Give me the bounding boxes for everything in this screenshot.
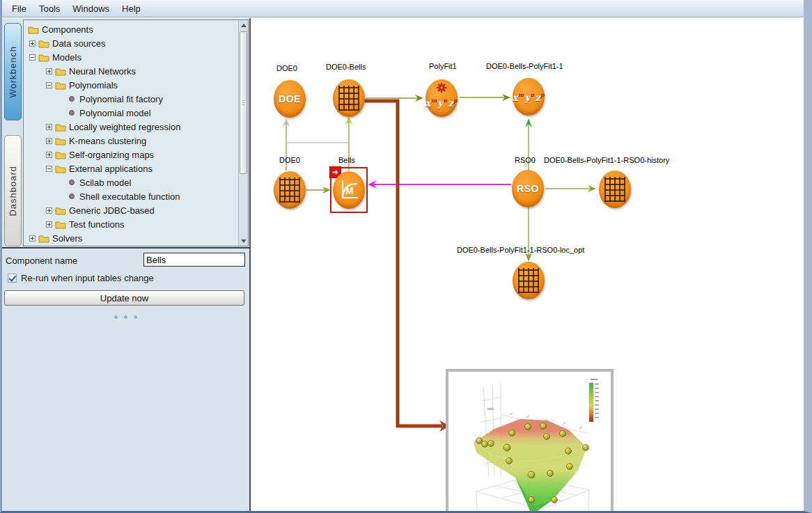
svg-text:M: M	[345, 185, 354, 196]
expand-icon[interactable]	[29, 40, 36, 47]
tree-item-models[interactable]: Models	[24, 50, 248, 64]
tree-item-solvers[interactable]: Solvers	[24, 231, 248, 245]
folder-icon	[55, 67, 66, 76]
expand-icon[interactable]	[46, 68, 52, 74]
folder-icon	[55, 206, 66, 215]
folder-icon	[55, 136, 66, 145]
component-tree: Components Data sources Models Neural Ne…	[23, 19, 249, 246]
tree-item-polynomial-fit-factory[interactable]: Polynomial fit factory	[24, 92, 248, 106]
node-loc-opt-table[interactable]	[513, 262, 545, 299]
node-polyfit1[interactable]: xmynzp	[425, 79, 458, 117]
splitter-grip[interactable]	[2, 315, 249, 319]
menu-help[interactable]: Help	[116, 1, 146, 16]
table-grid-icon	[604, 177, 625, 202]
node-label: Bells	[338, 156, 355, 164]
table-grid-icon	[279, 177, 300, 203]
surface-plot-image	[448, 372, 611, 511]
folder-icon	[38, 53, 49, 62]
workflow-canvas[interactable]: DOE0 DOE0-Bells PolyFit1 DOE0-Bells-Poly…	[251, 18, 804, 511]
node-label: DOE0	[276, 64, 297, 72]
scroll-up-button[interactable]	[239, 20, 248, 30]
component-bullet-icon	[69, 96, 75, 102]
menu-windows[interactable]: Windows	[67, 1, 115, 16]
tree-item-shell-executable-function[interactable]: Shell executable function	[24, 189, 248, 203]
tree-scrollbar[interactable]	[238, 20, 248, 246]
tree-item-components[interactable]: Components	[24, 22, 248, 36]
folder-icon	[38, 234, 49, 243]
collapse-icon[interactable]	[46, 166, 52, 172]
model-curve-icon: M	[338, 179, 359, 201]
menu-tools[interactable]: Tools	[33, 1, 65, 16]
expand-icon[interactable]	[29, 235, 36, 242]
node-label: PolyFit1	[429, 62, 457, 70]
expand-icon[interactable]	[46, 138, 52, 144]
menu-bar: File Tools Windows Help	[2, 0, 804, 17]
menu-file[interactable]: File	[6, 1, 32, 16]
tree-item-data-sources[interactable]: Data sources	[24, 36, 248, 50]
scroll-down-button[interactable]	[239, 236, 248, 246]
component-name-label: Component name	[6, 255, 77, 266]
node-label: DOE0	[279, 156, 300, 164]
node-doe0-bells-table[interactable]	[333, 79, 365, 117]
surface-plot-preview[interactable]	[446, 369, 614, 511]
expand-icon[interactable]	[46, 152, 52, 158]
tree-item-locally-weighted-regression[interactable]: Locally weighted regression	[24, 120, 248, 134]
rerun-checkbox-label: Re-run when input tables change	[21, 273, 154, 283]
node-doe0-factory[interactable]: DOE	[274, 80, 306, 118]
node-label: RSO0	[515, 156, 536, 164]
gear-icon	[436, 82, 447, 93]
folder-icon	[55, 220, 66, 229]
expand-icon[interactable]	[46, 207, 52, 214]
polynomial-formula-icon: xmynzp	[512, 92, 545, 102]
colorbar-legend	[589, 379, 599, 422]
collapse-icon[interactable]	[29, 54, 36, 61]
rerun-checkbox[interactable]	[8, 274, 17, 283]
folder-icon	[55, 81, 66, 90]
tree-item-neural-networks[interactable]: Neural Networks	[24, 64, 248, 78]
node-label: DOE0-Bells-PolyFit1-1-RSO0-loc_opt	[457, 246, 584, 254]
table-grid-icon	[518, 268, 539, 293]
expand-icon[interactable]	[46, 221, 52, 228]
node-history-table[interactable]	[599, 171, 631, 208]
properties-panel: Component name Re-run when input tables …	[2, 248, 249, 511]
node-doe0-table[interactable]	[274, 171, 306, 209]
update-now-button[interactable]: Update now	[4, 290, 244, 306]
component-bullet-icon	[69, 194, 75, 199]
tree-item-test-functions[interactable]: Test functions	[24, 217, 248, 231]
collapse-icon[interactable]	[46, 82, 52, 88]
tree-item-scilab-model[interactable]: Scilab model	[24, 175, 248, 189]
tab-workbench[interactable]: Workbench	[4, 23, 22, 120]
tree-item-external-applications[interactable]: External applications	[24, 161, 248, 175]
component-name-input[interactable]	[143, 253, 245, 267]
folder-icon	[38, 39, 49, 48]
tree-item-polynomials[interactable]: Polynomials	[24, 78, 248, 92]
expand-icon[interactable]	[46, 124, 52, 130]
node-rso0[interactable]: RSO	[512, 170, 544, 207]
tree-item-generic-jdbc-based[interactable]: Generic JDBC-based	[24, 203, 248, 217]
scrollbar-thumb[interactable]	[240, 31, 247, 174]
folder-icon	[55, 164, 66, 173]
folder-icon	[55, 123, 66, 132]
polynomial-formula-icon: xmynzp	[425, 97, 458, 108]
node-label: DOE0-Bells	[326, 63, 366, 71]
table-grid-icon	[338, 86, 359, 111]
node-doe0-bells-polyfit1-1[interactable]: xmynzp	[513, 78, 545, 116]
tab-dashboard[interactable]: Dashboard	[4, 135, 22, 246]
node-bells[interactable]: M	[333, 171, 365, 209]
tree-item-kmeans-clustering[interactable]: K-means clustering	[24, 134, 248, 148]
left-panel: Workbench Dashboard Components Data sour…	[2, 18, 249, 511]
folder-icon	[55, 150, 66, 159]
folder-icon	[28, 25, 39, 34]
tree-item-self-organizing-maps[interactable]: Self-organizing maps	[24, 148, 248, 161]
component-bullet-icon	[69, 180, 75, 185]
node-label: DOE0-Bells-PolyFit1-1-RSO0-history	[544, 156, 669, 164]
app-window: File Tools Windows Help Workbench Dashbo…	[0, 0, 812, 513]
node-label: DOE0-Bells-PolyFit1-1	[486, 62, 563, 70]
component-bullet-icon	[69, 110, 75, 116]
tree-item-polynomial-model[interactable]: Polynomial model	[24, 106, 248, 120]
